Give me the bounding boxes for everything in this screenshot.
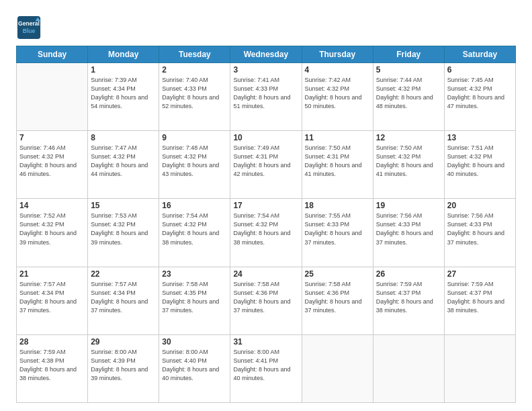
calendar-table: SundayMondayTuesdayWednesdayThursdayFrid… xyxy=(16,46,516,403)
day-number: 27 xyxy=(447,269,513,279)
day-number: 3 xyxy=(233,65,298,75)
day-number: 5 xyxy=(376,65,441,75)
calendar-cell: 31 Sunrise: 8:00 AMSunset: 4:41 PMDaylig… xyxy=(230,334,302,402)
day-info: Sunrise: 7:59 AMSunset: 4:37 PMDaylight:… xyxy=(447,280,513,315)
calendar-cell: 15 Sunrise: 7:53 AMSunset: 4:32 PMDaylig… xyxy=(88,199,159,267)
day-number: 13 xyxy=(447,133,513,142)
day-number: 30 xyxy=(162,337,227,347)
svg-text:Blue: Blue xyxy=(23,28,36,34)
calendar-cell: 4 Sunrise: 7:42 AMSunset: 4:32 PMDayligh… xyxy=(302,63,373,131)
day-number: 12 xyxy=(376,133,441,142)
day-info: Sunrise: 7:41 AMSunset: 4:33 PMDaylight:… xyxy=(233,76,298,111)
calendar-cell xyxy=(444,334,515,402)
calendar-cell: 30 Sunrise: 8:00 AMSunset: 4:40 PMDaylig… xyxy=(159,334,230,402)
day-info: Sunrise: 7:59 AMSunset: 4:38 PMDaylight:… xyxy=(19,348,85,383)
day-info: Sunrise: 7:49 AMSunset: 4:31 PMDaylight:… xyxy=(233,144,298,179)
day-header-sunday: Sunday xyxy=(17,46,88,63)
svg-text:General: General xyxy=(18,20,40,27)
calendar-cell: 7 Sunrise: 7:46 AMSunset: 4:32 PMDayligh… xyxy=(17,131,88,199)
week-row-5: 28 Sunrise: 7:59 AMSunset: 4:38 PMDaylig… xyxy=(17,334,516,402)
calendar-cell: 22 Sunrise: 7:57 AMSunset: 4:34 PMDaylig… xyxy=(88,267,159,334)
calendar-cell xyxy=(302,334,373,402)
calendar-cell: 13 Sunrise: 7:51 AMSunset: 4:32 PMDaylig… xyxy=(444,131,515,199)
day-info: Sunrise: 7:54 AMSunset: 4:32 PMDaylight:… xyxy=(162,212,227,246)
calendar-cell: 5 Sunrise: 7:44 AMSunset: 4:32 PMDayligh… xyxy=(373,63,444,131)
day-number: 4 xyxy=(305,65,370,75)
calendar-cell: 16 Sunrise: 7:54 AMSunset: 4:32 PMDaylig… xyxy=(159,199,230,267)
day-number: 24 xyxy=(233,269,298,279)
calendar-cell: 3 Sunrise: 7:41 AMSunset: 4:33 PMDayligh… xyxy=(230,63,302,131)
calendar-cell: 27 Sunrise: 7:59 AMSunset: 4:37 PMDaylig… xyxy=(444,267,515,334)
calendar-cell: 11 Sunrise: 7:50 AMSunset: 4:31 PMDaylig… xyxy=(302,131,373,199)
day-header-wednesday: Wednesday xyxy=(230,46,302,63)
day-number: 21 xyxy=(19,269,85,279)
day-number: 9 xyxy=(162,133,227,142)
day-info: Sunrise: 7:56 AMSunset: 4:33 PMDaylight:… xyxy=(376,212,441,246)
day-info: Sunrise: 7:58 AMSunset: 4:35 PMDaylight:… xyxy=(162,280,227,315)
day-info: Sunrise: 7:52 AMSunset: 4:32 PMDaylight:… xyxy=(19,212,85,246)
day-info: Sunrise: 7:59 AMSunset: 4:37 PMDaylight:… xyxy=(376,280,441,315)
day-info: Sunrise: 7:58 AMSunset: 4:36 PMDaylight:… xyxy=(233,280,298,315)
calendar-cell: 8 Sunrise: 7:47 AMSunset: 4:32 PMDayligh… xyxy=(88,131,159,199)
day-info: Sunrise: 7:46 AMSunset: 4:32 PMDaylight:… xyxy=(19,144,85,179)
calendar-cell: 18 Sunrise: 7:55 AMSunset: 4:33 PMDaylig… xyxy=(302,199,373,267)
day-info: Sunrise: 7:51 AMSunset: 4:32 PMDaylight:… xyxy=(447,144,513,179)
logo-icon: General Blue xyxy=(16,15,42,40)
day-info: Sunrise: 7:55 AMSunset: 4:33 PMDaylight:… xyxy=(305,212,370,246)
calendar-cell: 2 Sunrise: 7:40 AMSunset: 4:33 PMDayligh… xyxy=(159,63,230,131)
week-row-3: 14 Sunrise: 7:52 AMSunset: 4:32 PMDaylig… xyxy=(17,199,516,267)
day-header-saturday: Saturday xyxy=(444,46,515,63)
day-number: 22 xyxy=(91,269,156,279)
day-info: Sunrise: 7:48 AMSunset: 4:32 PMDaylight:… xyxy=(162,144,227,179)
day-info: Sunrise: 7:42 AMSunset: 4:32 PMDaylight:… xyxy=(305,76,370,111)
week-row-1: 1 Sunrise: 7:39 AMSunset: 4:34 PMDayligh… xyxy=(17,63,516,131)
page: General Blue SundayMondayTuesdayWednesda… xyxy=(0,0,532,411)
calendar-cell: 17 Sunrise: 7:54 AMSunset: 4:32 PMDaylig… xyxy=(230,199,302,267)
week-row-2: 7 Sunrise: 7:46 AMSunset: 4:32 PMDayligh… xyxy=(17,131,516,199)
day-number: 15 xyxy=(91,201,156,210)
day-header-friday: Friday xyxy=(373,46,444,63)
day-header-thursday: Thursday xyxy=(302,46,373,63)
day-number: 28 xyxy=(19,337,85,347)
day-number: 16 xyxy=(162,201,227,210)
day-number: 26 xyxy=(376,269,441,279)
day-info: Sunrise: 7:45 AMSunset: 4:32 PMDaylight:… xyxy=(447,76,513,111)
calendar-cell: 23 Sunrise: 7:58 AMSunset: 4:35 PMDaylig… xyxy=(159,267,230,334)
calendar-cell xyxy=(373,334,444,402)
day-number: 8 xyxy=(91,133,156,142)
day-info: Sunrise: 7:58 AMSunset: 4:36 PMDaylight:… xyxy=(305,280,370,315)
day-number: 17 xyxy=(233,201,298,210)
week-row-4: 21 Sunrise: 7:57 AMSunset: 4:34 PMDaylig… xyxy=(17,267,516,334)
calendar-header-row: SundayMondayTuesdayWednesdayThursdayFrid… xyxy=(17,46,516,63)
calendar-cell: 29 Sunrise: 8:00 AMSunset: 4:39 PMDaylig… xyxy=(88,334,159,402)
day-info: Sunrise: 7:50 AMSunset: 4:31 PMDaylight:… xyxy=(305,144,370,179)
day-number: 1 xyxy=(91,65,156,75)
day-info: Sunrise: 7:54 AMSunset: 4:32 PMDaylight:… xyxy=(233,212,298,246)
calendar-cell: 26 Sunrise: 7:59 AMSunset: 4:37 PMDaylig… xyxy=(373,267,444,334)
day-header-tuesday: Tuesday xyxy=(159,46,230,63)
day-info: Sunrise: 7:44 AMSunset: 4:32 PMDaylight:… xyxy=(376,76,441,111)
day-number: 11 xyxy=(305,133,370,142)
calendar-cell: 9 Sunrise: 7:48 AMSunset: 4:32 PMDayligh… xyxy=(159,131,230,199)
day-info: Sunrise: 8:00 AMSunset: 4:40 PMDaylight:… xyxy=(162,348,227,383)
calendar-cell: 12 Sunrise: 7:50 AMSunset: 4:32 PMDaylig… xyxy=(373,131,444,199)
calendar-cell: 10 Sunrise: 7:49 AMSunset: 4:31 PMDaylig… xyxy=(230,131,302,199)
calendar-cell: 21 Sunrise: 7:57 AMSunset: 4:34 PMDaylig… xyxy=(17,267,88,334)
day-number: 18 xyxy=(305,201,370,210)
day-number: 29 xyxy=(91,337,156,347)
logo: General Blue xyxy=(16,15,44,40)
day-header-monday: Monday xyxy=(88,46,159,63)
day-info: Sunrise: 8:00 AMSunset: 4:39 PMDaylight:… xyxy=(91,348,156,383)
day-info: Sunrise: 7:57 AMSunset: 4:34 PMDaylight:… xyxy=(19,280,85,315)
calendar-cell: 6 Sunrise: 7:45 AMSunset: 4:32 PMDayligh… xyxy=(444,63,515,131)
day-number: 10 xyxy=(233,133,298,142)
day-info: Sunrise: 7:39 AMSunset: 4:34 PMDaylight:… xyxy=(91,76,156,111)
day-number: 19 xyxy=(376,201,441,210)
day-number: 25 xyxy=(305,269,370,279)
calendar-cell: 25 Sunrise: 7:58 AMSunset: 4:36 PMDaylig… xyxy=(302,267,373,334)
calendar-cell: 19 Sunrise: 7:56 AMSunset: 4:33 PMDaylig… xyxy=(373,199,444,267)
day-info: Sunrise: 7:47 AMSunset: 4:32 PMDaylight:… xyxy=(91,144,156,179)
day-number: 23 xyxy=(162,269,227,279)
day-number: 14 xyxy=(19,201,85,210)
day-info: Sunrise: 7:53 AMSunset: 4:32 PMDaylight:… xyxy=(91,212,156,246)
